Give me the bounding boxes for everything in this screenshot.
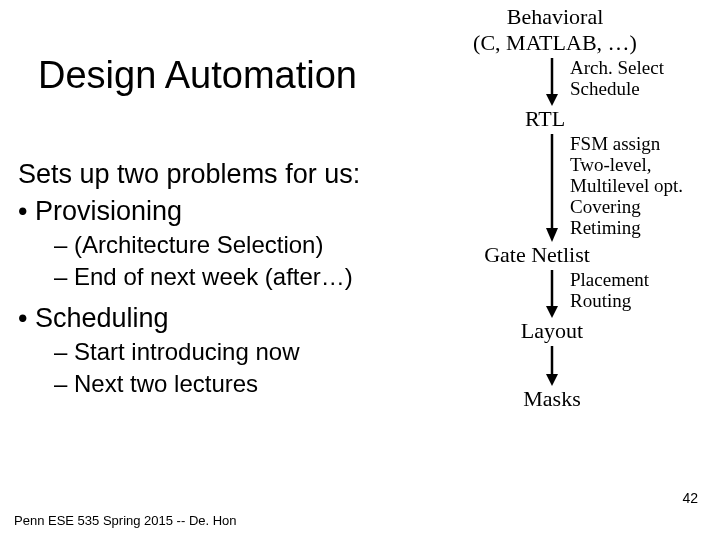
svg-marker-3 (546, 228, 558, 242)
step2-l4: Covering (570, 197, 683, 218)
stage-behavioral: Behavioral (C, MATLAB, …) (460, 4, 650, 56)
arrow-label-2: FSM assign Two-level, Multilevel opt. Co… (570, 134, 683, 238)
step3-l2: Routing (570, 291, 649, 312)
bullet-provisioning-sub2: – End of next week (after…) (54, 263, 360, 291)
bullet-scheduling-sub2: – Next two lectures (54, 370, 360, 398)
footer: Penn ESE 535 Spring 2015 -- De. Hon (14, 513, 237, 528)
stage-layout: Layout (472, 318, 632, 344)
bullet-provisioning-sub1: – (Architecture Selection) (54, 231, 360, 259)
slide-title: Design Automation (38, 54, 357, 97)
arrow-down-icon (542, 344, 562, 386)
bullet-provisioning: • Provisioning (18, 196, 360, 227)
stage-masks: Masks (472, 386, 632, 412)
svg-marker-7 (546, 374, 558, 386)
svg-marker-5 (546, 306, 558, 318)
step2-l1: FSM assign (570, 134, 683, 155)
stage-gate: Gate Netlist (432, 242, 642, 268)
step2-l5: Retiming (570, 218, 683, 239)
arrow-row-2: FSM assign Two-level, Multilevel opt. Co… (460, 132, 710, 242)
step2-l3: Multilevel opt. (570, 176, 683, 197)
arrow-row-3: Placement Routing (460, 268, 710, 318)
arrow-down-icon (542, 56, 562, 106)
step1-l2: Schedule (570, 79, 664, 100)
arrow-down-icon (542, 268, 562, 318)
bullet-scheduling-sub1: – Start introducing now (54, 338, 360, 366)
design-flow: Behavioral (C, MATLAB, …) Arch. Select S… (460, 4, 720, 412)
body-left: Sets up two problems for us: • Provision… (18, 158, 360, 398)
lead-text: Sets up two problems for us: (18, 158, 360, 192)
arrow-label-3: Placement Routing (570, 270, 649, 312)
step3-l1: Placement (570, 270, 649, 291)
step1-l1: Arch. Select (570, 58, 664, 79)
stage-behavioral-l1: Behavioral (460, 4, 650, 30)
slide-number: 42 (682, 490, 698, 506)
bullet-scheduling: • Scheduling (18, 303, 360, 334)
svg-marker-1 (546, 94, 558, 106)
arrow-row-4 (460, 344, 710, 386)
stage-rtl: RTL (480, 106, 610, 132)
arrow-row-1: Arch. Select Schedule (460, 56, 710, 106)
arrow-down-icon (542, 132, 562, 242)
arrow-label-1: Arch. Select Schedule (570, 58, 664, 100)
stage-behavioral-l2: (C, MATLAB, …) (460, 30, 650, 56)
step2-l2: Two-level, (570, 155, 683, 176)
